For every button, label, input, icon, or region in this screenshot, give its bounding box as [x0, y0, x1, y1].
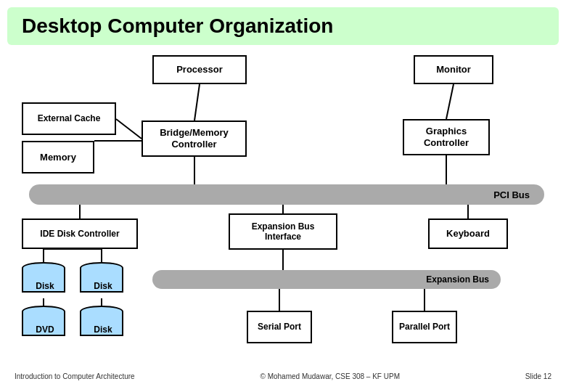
svg-line-0 [194, 84, 200, 121]
processor-box: Processor [152, 55, 247, 84]
footer: Introduction to Computer Architecture © … [15, 372, 551, 380]
pci-bus-bar: PCI Bus [29, 184, 544, 205]
title-bar: Desktop Computer Organization [7, 7, 559, 45]
slide-title: Desktop Computer Organization [22, 15, 333, 37]
disk2-body: Disk [80, 268, 123, 293]
serial-port-box: Serial Port [247, 311, 312, 343]
svg-line-2 [116, 119, 142, 139]
parallel-port-box: Parallel Port [392, 311, 457, 343]
footer-right: Slide 12 [525, 372, 551, 380]
svg-line-1 [446, 84, 454, 119]
diagram-area: Processor Monitor External Cache Memory … [7, 55, 559, 382]
pci-bus-label: PCI Bus [493, 189, 530, 200]
keyboard-box: Keyboard [428, 219, 508, 249]
external-cache-box: External Cache [22, 102, 116, 135]
expansion-bus-bar: Expansion Bus [152, 270, 501, 289]
disk3-body: Disk [80, 311, 123, 336]
disk1-cylinder: Disk [22, 262, 65, 298]
footer-center: © Mohamed Mudawar, CSE 308 – KF UPM [261, 372, 400, 380]
disk1-body: Disk [22, 268, 65, 293]
graphics-box: Graphics Controller [403, 119, 490, 155]
slide: Desktop Computer Organization [0, 0, 566, 392]
monitor-box: Monitor [414, 55, 493, 84]
disk3-cylinder: Disk [80, 306, 123, 342]
memory-box: Memory [22, 141, 94, 173]
expansion-bus-interface-box: Expansion Bus Interface [229, 213, 337, 250]
dvd-cylinder: DVD [22, 306, 65, 342]
footer-left: Introduction to Computer Architecture [15, 372, 135, 380]
dvd-body: DVD [22, 311, 65, 336]
expansion-bus-label: Expansion Bus [426, 274, 489, 285]
disk2-cylinder: Disk [80, 262, 123, 298]
bridge-box: Bridge/Memory Controller [142, 121, 247, 157]
ide-box: IDE Disk Controller [22, 219, 138, 249]
